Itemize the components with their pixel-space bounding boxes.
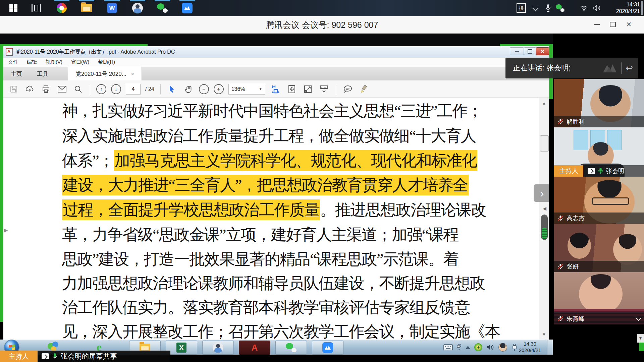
volume-icon[interactable] <box>486 344 494 351</box>
fit-page-button[interactable] <box>286 83 298 95</box>
menu-view[interactable]: 视图(V) <box>46 59 62 65</box>
left-panel-expand-icon[interactable]: ▶ <box>4 227 8 233</box>
tab-close-icon[interactable]: × <box>131 71 134 77</box>
menu-help[interactable]: 帮助(H) <box>98 59 115 65</box>
video-tile[interactable]: 张妍 <box>554 224 644 272</box>
video-tile[interactable]: 主持人 张会明 <box>554 127 644 177</box>
zoom-out-button[interactable]: − <box>199 84 209 94</box>
toolbar-download-button[interactable] <box>318 83 330 95</box>
doc-line: 治工作队伍实力。落实教育部本科教学审核评估专家组反馈意 <box>62 297 488 318</box>
acrobat-menubar: 文件 编辑 视图(V) 窗口(W) 帮助(H) <box>3 58 549 67</box>
pdf-document-page[interactable]: 神，扎实做好习近平新时代中国特色社会主义思想“三进”工作； 深入实施思想政治工作… <box>3 98 549 340</box>
show-desktop-button[interactable] <box>641 1 643 15</box>
select-tool-button[interactable] <box>167 83 178 95</box>
start-button[interactable] <box>3 0 24 16</box>
acrobat-close-button[interactable]: ✕ <box>536 47 549 55</box>
comment-button[interactable] <box>342 83 354 95</box>
taskbar-browser-button[interactable] <box>51 0 72 16</box>
page-number-input[interactable]: 4 <box>126 84 141 95</box>
zoom-in-button[interactable]: + <box>214 84 224 94</box>
mic-active-icon <box>52 353 57 360</box>
taskbar-acrobat-button-active[interactable]: A <box>239 341 270 355</box>
show-desktop-button[interactable] <box>547 340 553 355</box>
email-button[interactable] <box>56 83 68 95</box>
ime-indicator[interactable]: 拼 <box>515 0 528 16</box>
tab-tools[interactable]: 工具 <box>30 67 56 80</box>
meeting-maximize-button[interactable] <box>607 19 619 29</box>
participant-name-bar: 张妍 <box>554 261 644 272</box>
acrobat-titlebar[interactable]: 党2020-11号 2020年工作要点（出文）.pdf - Adobe Acro… <box>3 46 549 58</box>
video-tile[interactable]: 解胜利 <box>554 79 644 127</box>
qq-avatar-icon[interactable] <box>498 343 507 352</box>
taskbar-meeting-button[interactable] <box>176 0 198 16</box>
volume-stripes <box>542 228 547 239</box>
scroll-up-icon[interactable]: ▲ <box>539 101 549 106</box>
taskbar-explorer-button[interactable] <box>76 0 97 16</box>
acrobat-toolbar: ↑ ↓ 4 / 24 − + 136%▼ <box>3 80 549 98</box>
taskbar-contacts-button[interactable] <box>127 0 148 16</box>
tray-expand-button[interactable] <box>529 0 541 16</box>
task-view-button[interactable] <box>25 0 47 16</box>
acrobat-tabbar: 主页 工具 党2020-11号 2020... × <box>3 67 549 80</box>
tray-mic-button[interactable] <box>542 0 554 16</box>
fullscreen-button[interactable] <box>302 83 314 95</box>
edge-scroll-down-button[interactable]: ▼ <box>637 334 644 343</box>
search-button[interactable] <box>72 83 84 95</box>
keyboard-icon[interactable] <box>443 344 453 350</box>
participant-name: 解胜利 <box>567 118 585 126</box>
taskbar-wps-button[interactable]: W <box>101 0 123 16</box>
menu-file[interactable]: 文件 <box>8 59 18 65</box>
clock-time: 14:30 <box>513 341 547 347</box>
windows-logo-icon <box>9 4 17 12</box>
taskbar-contacts-button[interactable] <box>202 341 234 355</box>
host-badge: 主持人 <box>0 351 38 362</box>
acrobat-minimize-button[interactable] <box>510 47 524 55</box>
hidden-icons-arrow[interactable] <box>466 346 470 349</box>
taskbar-wechat-button[interactable] <box>275 341 307 355</box>
taskbar-excel-button[interactable]: X <box>166 341 197 355</box>
highlighter-button[interactable] <box>358 83 370 95</box>
taskbar-wechat-button[interactable] <box>152 0 173 16</box>
top-taskbar: W 拼 14:31 2020/4/21 <box>0 0 644 16</box>
menu-window[interactable]: 窗口(W) <box>71 59 89 65</box>
collapse-left-icon[interactable]: ◀ <box>543 206 546 211</box>
previous-page-button[interactable]: ↑ <box>96 84 106 94</box>
language-bar-icon[interactable] <box>457 344 462 351</box>
meeting-minimize-button[interactable] <box>591 19 603 29</box>
scrollbar-thumb[interactable] <box>540 135 549 152</box>
save-button[interactable] <box>8 83 19 95</box>
meeting-close-button[interactable]: ✕ <box>623 19 635 29</box>
tray-volume-button[interactable] <box>590 0 604 16</box>
share-upload-button[interactable] <box>24 83 36 95</box>
tab-home[interactable]: 主页 <box>3 67 30 80</box>
toolbar-separator <box>160 84 161 94</box>
tray-network-button[interactable] <box>578 0 590 16</box>
maximize-icon <box>610 22 616 27</box>
screen-share-statusbar: 张会明的屏幕共享 <box>38 351 170 362</box>
tab-document[interactable]: 党2020-11号 2020... × <box>68 67 142 80</box>
menu-edit[interactable]: 编辑 <box>27 59 37 65</box>
collapse-video-icon[interactable] <box>635 315 641 321</box>
speaking-banner: 正在讲话: 张会明; ↩ <box>505 58 638 78</box>
print-button[interactable] <box>40 83 52 95</box>
doc-line: 过程，全面提升学校思想政治工作质量。推进思想政治理论课改 <box>62 199 488 221</box>
scrolling-mode-button[interactable] <box>270 83 281 95</box>
clock-date: 2020/4/21 <box>605 8 640 15</box>
participant-video <box>568 233 591 259</box>
scroll-down-icon[interactable]: ▼ <box>539 332 549 337</box>
back-to-meeting-icon[interactable]: ↩ <box>626 63 633 73</box>
next-page-overlay-button[interactable]: › <box>534 184 549 202</box>
hand-tool-button[interactable] <box>183 83 194 95</box>
zoom-level-select[interactable]: 136%▼ <box>228 84 265 95</box>
tray-wechat-button[interactable] <box>553 0 568 16</box>
wifi-icon <box>580 5 588 11</box>
next-page-button[interactable]: ↓ <box>111 84 121 94</box>
taskbar-clock[interactable]: 14:31 2020/4/21 <box>605 1 640 15</box>
toolbar-separator <box>336 84 336 94</box>
acrobat-restore-button[interactable] <box>524 47 536 55</box>
shared-taskbar-clock[interactable]: 14:30 2020/4/21 <box>513 341 547 353</box>
antivirus-shield-icon[interactable]: + <box>474 343 482 351</box>
video-tile[interactable]: 朱燕峰 <box>554 272 644 324</box>
video-tile[interactable]: 高志杰 <box>554 177 644 224</box>
taskbar-meeting-button[interactable] <box>312 341 343 355</box>
